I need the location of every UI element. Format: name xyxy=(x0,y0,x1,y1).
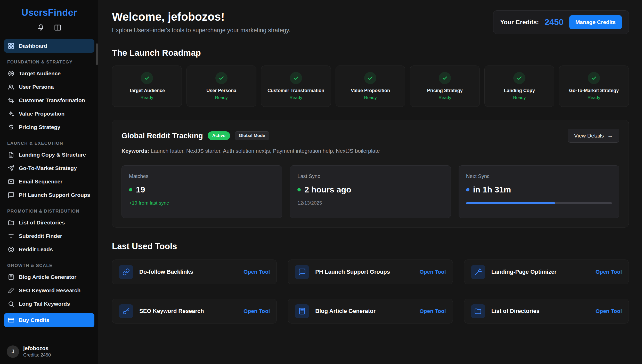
roadmap-card-label: Target Audience xyxy=(129,88,165,93)
folder-icon xyxy=(8,219,14,226)
roadmap-card-status: Ready xyxy=(364,95,377,100)
roadmap-card-status: Ready xyxy=(588,95,600,100)
tool-card-ph-launch-support-groups[interactable]: PH Launch Support Groups Open Tool xyxy=(288,260,453,284)
tool-card-list-of-directories[interactable]: List of Directories Open Tool xyxy=(464,299,629,323)
dashboard-grid-icon xyxy=(8,43,14,49)
check-circle-icon xyxy=(141,72,153,84)
sidebar-item-long-tail-keywords[interactable]: Long Tail Keywords xyxy=(4,297,94,311)
tools-section-title: Last Used Tools xyxy=(112,241,629,251)
roadmap-card[interactable]: Pricing Strategy Ready xyxy=(410,66,480,107)
sidebar-nav: Dashboard FOUNDATION & STRATEGY Target A… xyxy=(0,33,99,340)
keywords-label: Keywords: xyxy=(121,148,149,154)
sidebar-item-target-audience[interactable]: Target Audience xyxy=(4,67,94,80)
link-icon xyxy=(119,265,133,279)
roadmap-card-label: User Persona xyxy=(206,88,236,93)
roadmap-card-label: Go-To-Market Strategy xyxy=(569,88,619,93)
sidebar-item-landing-copy[interactable]: Landing Copy & Structure xyxy=(4,148,94,161)
open-tool-link[interactable]: Open Tool xyxy=(419,269,446,275)
sidebar-item-email-sequencer[interactable]: Email Sequencer xyxy=(4,175,94,188)
sidebar-item-customer-transformation[interactable]: Customer Transformation xyxy=(4,94,94,107)
dollar-icon xyxy=(8,124,14,131)
manage-credits-button[interactable]: Manage Credits xyxy=(569,15,622,29)
roadmap-card[interactable]: Target Audience Ready xyxy=(112,66,182,107)
sidebar-item-go-to-market[interactable]: Go-To-Market Strategy xyxy=(4,161,94,175)
transform-arrows-icon xyxy=(8,97,14,104)
tool-card-blog-article-generator[interactable]: Blog Article Generator Open Tool xyxy=(288,299,453,323)
roadmap-card-label: Customer Transformation xyxy=(267,88,324,93)
sparkles-icon xyxy=(8,110,14,117)
pen-icon xyxy=(8,287,14,294)
sidebar-item-label: List of Directories xyxy=(19,220,65,226)
chat-icon xyxy=(8,192,14,198)
sidebar-item-subreddit-finder[interactable]: Subreddit Finder xyxy=(4,229,94,243)
status-dot xyxy=(466,188,469,191)
sidebar-item-ph-launch-groups[interactable]: PH Launch Support Groups xyxy=(4,188,94,202)
sidebar-item-pricing-strategy[interactable]: Pricing Strategy xyxy=(4,120,94,134)
check-circle-icon xyxy=(439,72,451,84)
roadmap-card[interactable]: Customer Transformation Ready xyxy=(261,66,331,107)
roadmap-card[interactable]: Go-To-Market Strategy Ready xyxy=(559,66,629,107)
user-credits: Credits: 2450 xyxy=(23,352,51,358)
sidebar-item-label: Target Audience xyxy=(19,70,61,77)
check-circle-icon xyxy=(588,72,600,84)
stat-label: Last Sync xyxy=(297,173,443,179)
bell-icon[interactable] xyxy=(37,24,45,33)
sidebar-panel-icon[interactable] xyxy=(54,24,62,33)
credits-card: Your Credits: 2450 Manage Credits xyxy=(493,10,629,34)
open-tool-link[interactable]: Open Tool xyxy=(596,269,622,275)
sidebar-item-seo-keyword-research[interactable]: SEO Keyword Research xyxy=(4,284,94,297)
roadmap-card-status: Ready xyxy=(438,95,451,100)
roadmap-card[interactable]: Landing Copy Ready xyxy=(484,66,554,107)
user-profile[interactable]: J jefobozos Credits: 2450 xyxy=(0,340,99,364)
launch-icon xyxy=(8,165,14,172)
global-mode-badge: Global Mode xyxy=(235,131,269,140)
sidebar-item-value-proposition[interactable]: Value Proposition xyxy=(4,107,94,120)
tracking-header: Global Reddit Tracking Active Global Mod… xyxy=(121,129,619,143)
sidebar-item-label: Go-To-Market Strategy xyxy=(19,165,77,171)
tool-label: SEO Keyword Research xyxy=(139,308,237,314)
tool-card-landing-page-optimizer[interactable]: Landing-Page Optimizer Open Tool xyxy=(464,260,629,284)
wand-icon xyxy=(471,265,485,279)
active-badge: Active xyxy=(208,131,230,140)
stat-subtext: +19 from last sync xyxy=(129,200,275,206)
sidebar-item-reddit-leads[interactable]: Reddit Leads xyxy=(4,243,94,256)
stat-value: 19 xyxy=(136,185,145,195)
sidebar-item-list-of-directories[interactable]: List of Directories xyxy=(4,216,94,229)
roadmap-card-status: Ready xyxy=(290,95,302,100)
check-circle-icon xyxy=(513,72,525,84)
search-icon xyxy=(8,301,14,307)
view-details-button[interactable]: View Details → xyxy=(568,129,619,143)
sidebar-item-blog-article-generator[interactable]: Blog Article Generator xyxy=(4,270,94,284)
open-tool-link[interactable]: Open Tool xyxy=(243,269,270,275)
open-tool-link[interactable]: Open Tool xyxy=(596,308,622,314)
credits-label: Your Credits: xyxy=(500,19,539,26)
sidebar-item-label: User Persona xyxy=(19,84,54,90)
document-icon xyxy=(8,151,14,158)
open-tool-link[interactable]: Open Tool xyxy=(243,308,270,314)
check-circle-icon xyxy=(364,72,376,84)
credits-value: 2450 xyxy=(545,17,563,27)
sidebar-item-label: Value Proposition xyxy=(19,111,64,117)
tool-card-do-follow-backlinks[interactable]: Do-follow Backlinks Open Tool xyxy=(112,260,277,284)
keywords-text: Launch faster, NextJS starter, Auth solu… xyxy=(151,148,380,154)
tool-card-seo-keyword-research[interactable]: SEO Keyword Research Open Tool xyxy=(112,299,277,323)
sidebar-item-user-persona[interactable]: User Persona xyxy=(4,80,94,94)
sidebar-item-buy-credits[interactable]: Buy Credits xyxy=(4,313,94,327)
tool-label: Landing-Page Optimizer xyxy=(491,269,589,275)
roadmap-card[interactable]: Value Proposition Ready xyxy=(336,66,405,107)
roadmap-card[interactable]: User Persona Ready xyxy=(186,66,256,107)
sidebar-item-label: PH Launch Support Groups xyxy=(19,192,90,198)
sidebar-section-title: FOUNDATION & STRATEGY xyxy=(7,60,91,65)
next-sync-progress-track xyxy=(466,202,612,204)
sidebar-item-label: Reddit Leads xyxy=(19,246,53,253)
sidebar-item-dashboard[interactable]: Dashboard xyxy=(4,39,94,53)
sidebar-section-title: LAUNCH & EXECUTION xyxy=(7,141,91,146)
key-icon xyxy=(119,304,133,318)
sidebar-section-title: GROWTH & SCALE xyxy=(7,263,91,268)
check-circle-icon xyxy=(215,72,227,84)
open-tool-link[interactable]: Open Tool xyxy=(419,308,446,314)
avatar: J xyxy=(7,345,19,358)
article-icon xyxy=(295,304,309,318)
roadmap-grid: Target Audience Ready User Persona Ready… xyxy=(112,66,629,107)
sidebar-scrollbar-thumb[interactable] xyxy=(96,43,98,65)
